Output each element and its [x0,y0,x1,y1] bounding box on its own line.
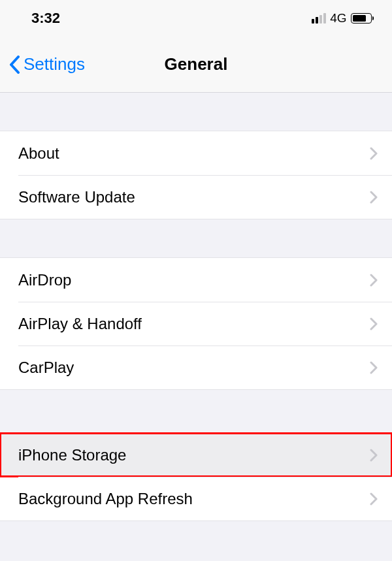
nav-header: Settings General [0,37,392,93]
back-label: Settings [24,54,85,74]
section-gap [0,390,392,432]
status-bar: 3:32 4G [0,0,392,37]
list-group-3: iPhone Storage Background App Refresh [0,432,392,521]
list-group-2: AirDrop AirPlay & Handoff CarPlay [0,257,392,390]
row-label: Background App Refresh [18,490,193,508]
network-type: 4G [330,11,346,25]
chevron-left-icon [9,56,21,74]
row-airplay-handoff[interactable]: AirPlay & Handoff [0,302,392,345]
section-gap [0,93,392,131]
chevron-right-icon [370,191,378,204]
chevron-right-icon [370,274,378,287]
row-software-update[interactable]: Software Update [0,175,392,219]
row-airdrop[interactable]: AirDrop [0,258,392,302]
chevron-right-icon [370,147,378,160]
row-label: iPhone Storage [18,446,126,464]
row-about[interactable]: About [0,131,392,175]
row-label: About [18,144,59,163]
row-label: Software Update [18,188,135,206]
battery-fill [353,15,366,22]
row-label: AirPlay & Handoff [18,315,142,333]
chevron-right-icon [370,317,378,330]
battery-icon [351,13,374,24]
row-label: AirDrop [18,271,71,289]
row-carplay[interactable]: CarPlay [0,345,392,389]
row-label: CarPlay [18,359,74,377]
chevron-right-icon [370,361,378,374]
status-time: 3:32 [31,10,60,27]
row-background-app-refresh[interactable]: Background App Refresh [0,477,392,521]
status-indicators: 4G [312,11,374,25]
back-button[interactable]: Settings [0,54,85,74]
chevron-right-icon [370,492,378,505]
list-group-1: About Software Update [0,131,392,219]
row-iphone-storage[interactable]: iPhone Storage [0,433,392,477]
chevron-right-icon [370,449,378,462]
section-gap [0,521,392,559]
section-gap [0,219,392,257]
cellular-signal-icon [312,13,326,24]
